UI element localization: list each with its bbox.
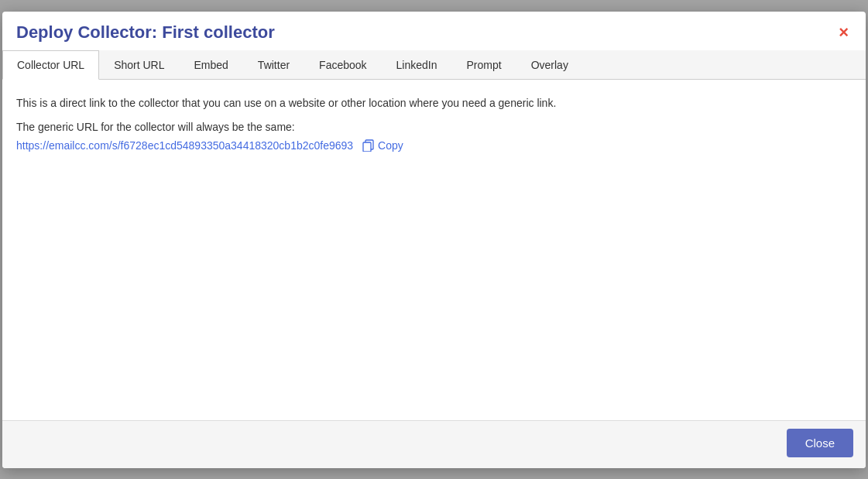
copy-button[interactable]: Copy (359, 138, 407, 153)
url-line-label: The generic URL for the collector will a… (16, 121, 852, 133)
modal-close-button[interactable]: × (835, 24, 852, 41)
tab-overlay[interactable]: Overlay (516, 50, 583, 79)
tab-facebook[interactable]: Facebook (304, 50, 381, 79)
modal-body: This is a direct link to the collector t… (2, 80, 866, 420)
modal-overlay: Deploy Collector: First collector × Coll… (0, 0, 868, 479)
modal-footer: Close (2, 420, 866, 468)
copy-icon (362, 139, 375, 152)
modal-header: Deploy Collector: First collector × (2, 12, 866, 50)
tab-embed[interactable]: Embed (180, 50, 243, 79)
description-text: This is a direct link to the collector t… (16, 95, 852, 111)
tabs-container: Collector URL Short URL Embed Twitter Fa… (2, 50, 866, 80)
tab-twitter[interactable]: Twitter (243, 50, 304, 79)
modal-title: Deploy Collector: First collector (16, 22, 275, 43)
tab-short-url[interactable]: Short URL (99, 50, 179, 79)
url-row: https://emailcc.com/s/f6728ec1cd54893350… (16, 138, 852, 153)
tab-linkedin[interactable]: LinkedIn (382, 50, 452, 79)
modal: Deploy Collector: First collector × Coll… (2, 12, 866, 468)
svg-rect-1 (363, 142, 371, 152)
collector-url-link[interactable]: https://emailcc.com/s/f6728ec1cd54893350… (16, 139, 353, 152)
close-button[interactable]: Close (787, 429, 853, 457)
tab-prompt[interactable]: Prompt (452, 50, 516, 79)
copy-label: Copy (378, 139, 403, 152)
tab-collector-url[interactable]: Collector URL (2, 50, 99, 80)
